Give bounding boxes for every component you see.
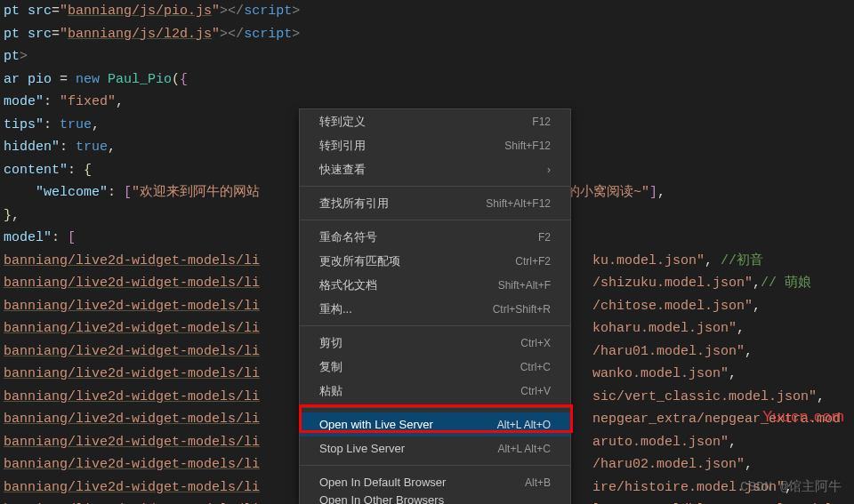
menu-find-all-refs[interactable]: 查找所有引用Shift+Alt+F12 bbox=[300, 191, 570, 215]
menu-cut[interactable]: 剪切Ctrl+X bbox=[300, 331, 570, 355]
code-line: ar pio = new Paul_Pio({ bbox=[0, 68, 854, 92]
menu-separator bbox=[300, 407, 570, 408]
menu-separator bbox=[300, 465, 570, 466]
menu-rename-symbol[interactable]: 重命名符号F2 bbox=[300, 225, 570, 249]
menu-paste[interactable]: 粘贴Ctrl+V bbox=[300, 379, 570, 403]
watermark-csdn: CSDN @馆主阿牛 bbox=[740, 478, 842, 495]
context-menu: 转到定义F12 转到引用Shift+F12 快速查看› 查找所有引用Shift+… bbox=[299, 108, 571, 504]
code-line: pt> bbox=[0, 45, 854, 68]
menu-open-default-browser[interactable]: Open In Default BrowserAlt+B bbox=[300, 470, 570, 494]
menu-open-other-browsers[interactable]: Open In Other Browsers bbox=[300, 494, 570, 504]
menu-separator bbox=[300, 220, 570, 220]
menu-goto-references[interactable]: 转到引用Shift+F12 bbox=[300, 133, 570, 157]
menu-separator bbox=[300, 186, 570, 187]
menu-format-document[interactable]: 格式化文档Shift+Alt+F bbox=[300, 273, 570, 297]
menu-refactor[interactable]: 重构...Ctrl+Shift+R bbox=[300, 297, 570, 321]
chevron-right-icon: › bbox=[547, 164, 551, 176]
menu-open-live-server[interactable]: Open with Live ServerAlt+L Alt+O bbox=[300, 412, 570, 436]
menu-peek[interactable]: 快速查看› bbox=[300, 157, 570, 181]
menu-copy[interactable]: 复制Ctrl+C bbox=[300, 355, 570, 379]
menu-change-all[interactable]: 更改所有匹配项Ctrl+F2 bbox=[300, 249, 570, 273]
code-line: pt src="banniang/js/l2d.js"></script> bbox=[0, 23, 854, 46]
code-line: pt src="banniang/js/pio.js"></script> bbox=[0, 0, 854, 23]
menu-goto-definition[interactable]: 转到定义F12 bbox=[300, 109, 570, 133]
watermark-yuucn: Yuucn.com bbox=[762, 408, 845, 426]
menu-stop-live-server[interactable]: Stop Live ServerAlt+L Alt+C bbox=[300, 436, 570, 460]
menu-separator bbox=[300, 325, 570, 326]
